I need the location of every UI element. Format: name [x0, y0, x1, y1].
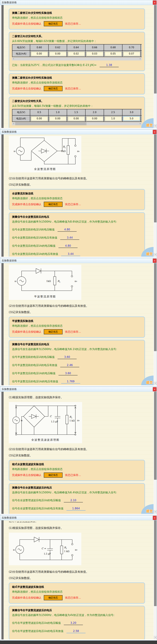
confirm-status-button[interactable]: 确定状态 — [44, 595, 63, 600]
scroll-right-icon[interactable]: › — [139, 122, 142, 125]
scrollbar-thumb[interactable] — [154, 134, 157, 222]
scrollbar-thumb[interactable] — [154, 392, 157, 480]
connect-instruction: 将电路连接好，然后点击按钮保存连线状态 — [12, 196, 142, 200]
step-3-text: (3)记录实验数据。 — [9, 576, 145, 580]
confirm-instruction: 完成操作请点击按钮确认 — [12, 473, 41, 477]
horizontal-scrollbar[interactable]: ‹ › — [12, 122, 142, 125]
current-input-cell[interactable]: 1.0 — [104, 116, 122, 122]
left-frame — [0, 520, 1, 640]
scrollbar-thumb[interactable] — [15, 122, 86, 125]
window-titlebar[interactable]: 实验数据表格 × — [0, 258, 157, 263]
horizontal-scrollbar[interactable]: ‹ › — [12, 57, 142, 60]
saved-status: 状态已保存... — [65, 473, 81, 477]
clipped-heading: 箱式半波整流滤波实验。 — [9, 522, 145, 524]
window-halfwave-filter: 实验数据表格 × 箱式半波整流滤波实验。 (1)根据实验原理图，连接实验线路并保… — [0, 515, 157, 640]
table-row: 电压(V) 0.5 1.0 1.5 2.0 2.5 3.0 — [12, 109, 142, 116]
measure-label: 信号全波整流前的电压Ui的电压幅值 — [12, 228, 55, 231]
current-input-cell[interactable]: 0.00 — [48, 116, 67, 122]
scroll-right-icon[interactable]: › — [139, 57, 142, 60]
current-input-cell[interactable]: 0.00 — [85, 116, 104, 122]
current-input-cell[interactable]: 0.05 — [104, 50, 122, 57]
scroll-down-icon[interactable]: ∨ — [154, 253, 157, 256]
measure-line: 信号半波整流后的电压Uo的电压有效值 1.769 — [12, 380, 142, 384]
current-input-cell[interactable]: 0.02 — [67, 50, 85, 57]
connect-box: 半波整流实验连线 将电路连接好，然后点击按钮保存连线状态 完成操作请点击按钮确认… — [9, 316, 145, 338]
measure-line: 信号全波整流后的电压Uo的电压幅值 4.80 — [12, 244, 142, 248]
measure-input[interactable]: 3.60 — [58, 355, 77, 359]
saved-status: 状态已保存... — [65, 596, 81, 600]
confirm-instruction: 完成操作请点击按钮确认 — [12, 87, 41, 90]
vertical-scrollbar[interactable]: ∨ — [154, 134, 157, 257]
measure-input[interactable]: 3.44 — [60, 236, 79, 240]
scrollbar-thumb[interactable] — [154, 263, 157, 351]
close-icon[interactable]: × — [153, 0, 157, 5]
current-input-cell[interactable]: 0.00 — [67, 116, 85, 122]
measure-input[interactable]: 3.20 — [64, 621, 83, 625]
vertical-scrollbar[interactable]: ∨ — [154, 5, 157, 128]
scrollbar-thumb[interactable] — [154, 5, 157, 94]
boltzmann-label: 已知：当前室温为25℃，用公式法计算波尔兹曼常数k(单位:E-23 J/K)= — [12, 64, 97, 66]
current-input-cell[interactable]: 0.00 — [30, 116, 48, 122]
connect-instruction: 将电路连接好，然后点击按钮保存连线状态 — [12, 324, 142, 328]
close-icon[interactable]: × — [153, 130, 157, 134]
window-titlebar[interactable]: 实验数据表格 × — [0, 516, 157, 520]
connect-instruction: 将电路连接好，然后点击按钮保存连线状态 — [12, 590, 142, 594]
current-input-cell[interactable]: 0.00 — [30, 50, 48, 57]
window-content: 测量二极管正向伏安特性实验连线 将电路连接好，然后点击按钮保存连线状态 完成操作… — [0, 5, 157, 128]
confirm-status-button[interactable]: 确定状态 — [44, 329, 63, 334]
window-titlebar[interactable]: 实验数据表格 × — [0, 0, 157, 5]
scroll-down-icon[interactable]: ∨ — [154, 382, 157, 385]
window-titlebar[interactable]: 实验数据表格 × — [0, 387, 157, 392]
measure-box: 测量信号在半波整流前后的电压 选择信号发生器的频率为1500Hz，电压峰峰值为6… — [9, 340, 145, 385]
vertical-scrollbar[interactable]: ∨ — [154, 520, 157, 640]
measure-input-focused[interactable]: 1.769 — [61, 380, 80, 384]
vertical-scrollbar[interactable]: ∨ — [154, 263, 157, 385]
box-title: 测量信号在全波整流前后的电压 — [12, 215, 142, 219]
close-icon[interactable]: × — [153, 516, 157, 520]
confirm-instruction: 完成操作请点击按钮确认 — [12, 202, 41, 206]
measure-input[interactable]: 4.80 — [58, 244, 78, 248]
scroll-left-icon[interactable]: ‹ — [12, 57, 15, 60]
scroll-down-icon[interactable]: ∨ — [154, 124, 157, 128]
window-titlebar[interactable]: 实验数据表格 × — [0, 130, 157, 134]
measure-label: 信号半波整流后的电压Uo的电压幅值 — [12, 372, 55, 375]
window-fullwave-filter: 实验数据表格 × (1)根据实验原理图，连接实验线路并保存。 — [0, 387, 157, 515]
measure-input[interactable]: 2.10 — [64, 499, 83, 502]
scroll-down-icon[interactable]: ∨ — [154, 510, 157, 514]
measure-input-focused[interactable]: 2.58 — [66, 630, 86, 633]
scroll-left-icon[interactable]: ‹ — [12, 122, 15, 125]
scrollbar-thumb[interactable] — [154, 520, 157, 606]
confirm-status-button[interactable]: 确定状态 — [44, 21, 63, 26]
measure-input-focused[interactable]: 3.44 — [61, 252, 80, 256]
confirm-status-button[interactable]: 确定状态 — [44, 86, 63, 91]
vertical-scrollbar[interactable]: ∨ — [154, 392, 157, 514]
voltage-cell-clipped — [141, 44, 142, 50]
row-header: 电流(mA) — [12, 50, 30, 57]
box-title: 测量信号在半波整流前后的电压 — [12, 342, 142, 346]
current-input-cell[interactable]: 0.03 — [85, 50, 104, 57]
current-input-cell[interactable]: 0.07 — [122, 50, 141, 57]
boltzmann-input[interactable]: 1.38 — [100, 64, 119, 67]
window-halfwave: 实验数据表格 × — [0, 258, 157, 386]
connect-instruction: 将电路连接好，然后点击按钮保存连线状态 — [12, 16, 142, 20]
window-content: uᵢ RL 1kΩ u₀ 全波整流原理图 (2)分别使用示波器和万用表测量输出信… — [0, 134, 157, 257]
measure-input[interactable]: 4.80 — [58, 228, 77, 232]
close-icon[interactable]: × — [153, 258, 157, 263]
measure-line: 信号半波整流前的电压Ui的电压幅值 3.60 — [12, 355, 142, 359]
measure-input[interactable]: 2.46 — [60, 364, 79, 367]
current-input-cell-focused[interactable]: 5.0 — [122, 116, 141, 122]
voltage-cell: 1.5 — [67, 109, 85, 116]
close-icon[interactable]: × — [153, 387, 157, 392]
measure-input-focused[interactable]: 1.864 — [66, 507, 86, 510]
data-table-wrapper: 电压(V) 0.60 0.62 0.64 0.66 0.68 0.70 电流(m… — [12, 44, 142, 57]
current-input-cell-clipped — [141, 50, 142, 57]
box-title: 箱式半波整流滤波实验连线 — [12, 585, 142, 589]
measure-label: 信号半波整流后的电压Uo的电压有效值 — [12, 380, 58, 383]
scroll-down-icon[interactable]: ∨ — [154, 636, 157, 639]
confirm-status-button[interactable]: 确定状态 — [44, 472, 63, 478]
measure-input[interactable]: 3.60 — [58, 372, 78, 376]
step-2-text: (2)分别使用示波器和万用表测量输出信号的峰峰值以及有效值。 — [9, 447, 145, 451]
window-title: 实验数据表格 — [2, 516, 17, 520]
current-input-cell[interactable]: 0.00 — [48, 50, 67, 57]
confirm-status-button[interactable]: 确定状态 — [44, 202, 63, 207]
